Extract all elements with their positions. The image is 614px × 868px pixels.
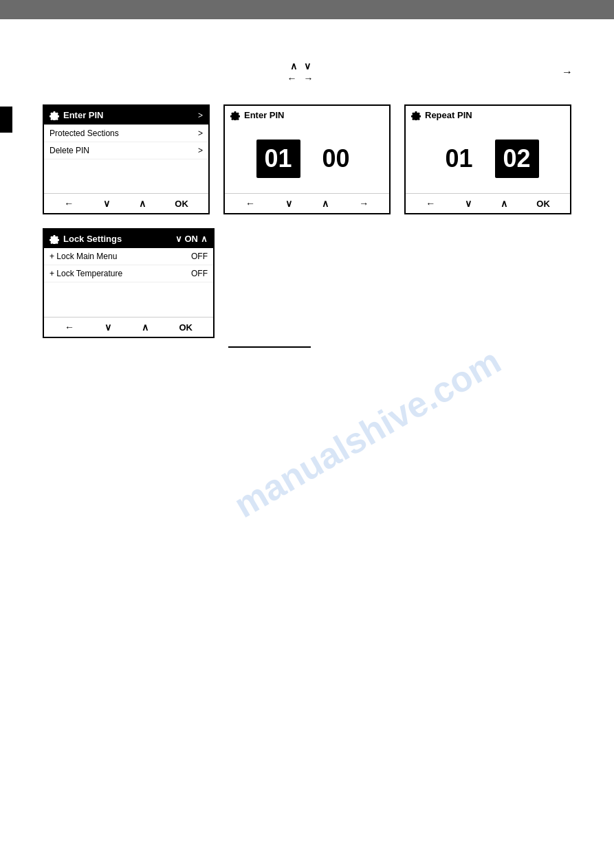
panel1-protected-arrow: > [198, 129, 203, 138]
gear-icon-panel1 [50, 111, 59, 120]
enter-pin-display-panel: Enter PIN 01 00 ← ∨ ∧ → [223, 104, 391, 214]
panel2-digit2: 00 [314, 140, 358, 178]
panel3-digit1: 01 [437, 140, 481, 178]
panel4-up-arrow: ∧ [201, 234, 208, 244]
panel1-down-btn[interactable]: ∨ [103, 198, 110, 209]
gear-icon-panel4 [50, 234, 59, 244]
panel1-delete-arrow: > [198, 146, 203, 155]
nav-bottom-row: ← → [287, 73, 314, 84]
separator-line [228, 346, 311, 348]
panel1-protected-label: Protected Sections [50, 129, 119, 138]
panel2-digit1: 01 [256, 140, 300, 178]
panel2-header: Enter PIN [225, 106, 389, 124]
panel4-status: ON [185, 234, 199, 244]
watermark: manualshive.com [227, 340, 507, 526]
panel4-temperature-value: OFF [191, 269, 208, 278]
gear-icon-panel3 [411, 111, 421, 120]
panel2-down-btn[interactable]: ∨ [285, 198, 292, 209]
panel4-down-btn[interactable]: ∨ [105, 322, 111, 333]
nav-top-row: ∧ ∨ [290, 60, 311, 71]
panel4-ok-btn[interactable]: OK [179, 322, 193, 333]
repeat-pin-display-panel: Repeat PIN 01 02 ← ∨ ∧ OK [404, 104, 571, 214]
panel4-main-menu-label: + Lock Main Menu [50, 252, 117, 261]
panel3-digit2: 02 [495, 140, 539, 178]
panel3-back-btn[interactable]: ← [426, 198, 435, 209]
panel1-ok-btn[interactable]: OK [175, 199, 188, 209]
panel4-down-arrow: ∨ [175, 234, 182, 244]
panel3-down-btn[interactable]: ∨ [465, 198, 472, 209]
panels-area: Enter PIN > Protected Sections > Delete … [0, 104, 614, 348]
panel3-ok-btn[interactable]: OK [536, 199, 550, 209]
panel4-row-main-menu[interactable]: + Lock Main Menu OFF [44, 248, 213, 265]
far-right-arrow-icon: → [562, 66, 573, 78]
panel2-controls: ← ∨ ∧ → [225, 193, 389, 213]
panel1-header: Enter PIN > [44, 106, 208, 125]
panel1-row-protected[interactable]: Protected Sections > [44, 125, 208, 142]
panel1-title: Enter PIN [63, 110, 194, 120]
panel1-spacer [44, 159, 208, 193]
panel2-up-btn[interactable]: ∧ [322, 198, 329, 209]
panel1-controls: ← ∨ ∧ OK [44, 193, 208, 213]
panel4-spacer [44, 282, 213, 317]
panel3-controls: ← ∨ ∧ OK [406, 193, 570, 213]
nav-arrows-area: ∧ ∨ ← → → [0, 60, 614, 84]
top-bar [0, 0, 614, 19]
panel4-title: Lock Settings [63, 234, 171, 244]
down-arrow-icon: ∨ [304, 60, 311, 71]
enter-pin-menu-panel: Enter PIN > Protected Sections > Delete … [43, 104, 210, 214]
panel4-controls: ← ∨ ∧ OK [44, 317, 213, 337]
panel3-up-btn[interactable]: ∧ [501, 198, 507, 209]
panel2-title: Enter PIN [244, 110, 384, 120]
panel4-main-menu-value: OFF [191, 252, 208, 261]
gear-icon-panel2 [230, 111, 240, 120]
panel1-row-delete[interactable]: Delete PIN > [44, 142, 208, 159]
panel2-back-btn[interactable]: ← [245, 198, 255, 209]
lock-settings-panel: Lock Settings ∨ ON ∧ + Lock Main Menu OF… [43, 228, 215, 338]
up-arrow-icon: ∧ [290, 60, 297, 71]
panel4-back-btn[interactable]: ← [65, 322, 74, 333]
panel4-up-btn[interactable]: ∧ [142, 322, 149, 333]
panel1-back-btn[interactable]: ← [64, 198, 74, 209]
panel1-delete-label: Delete PIN [50, 146, 89, 155]
panel2-next-btn[interactable]: → [359, 198, 369, 209]
panel2-digit-area: 01 00 [225, 124, 389, 193]
panel3-digit-area: 01 02 [406, 124, 570, 193]
panel1-up-btn[interactable]: ∧ [139, 198, 146, 209]
panel4-status-area: ∨ ON ∧ [175, 234, 208, 244]
bottom-panels-inner: Lock Settings ∨ ON ∧ + Lock Main Menu OF… [43, 228, 571, 348]
panel4-temperature-label: + Lock Temperature [50, 269, 122, 278]
right-arrow-icon: → [304, 73, 314, 84]
left-arrow-icon: ← [287, 73, 297, 84]
bottom-panels-row: Lock Settings ∨ ON ∧ + Lock Main Menu OF… [43, 228, 571, 348]
panel4-row-temperature[interactable]: + Lock Temperature OFF [44, 265, 213, 282]
panel4-header: Lock Settings ∨ ON ∧ [44, 230, 213, 248]
nav-arrows-center: ∧ ∨ ← → [287, 60, 314, 84]
separator-area [228, 344, 311, 348]
panel1-title-arrow: > [198, 111, 203, 120]
panel3-title: Repeat PIN [425, 110, 564, 120]
panel3-header: Repeat PIN [406, 106, 570, 124]
left-marker [0, 107, 12, 133]
top-panels-row: Enter PIN > Protected Sections > Delete … [43, 104, 571, 214]
